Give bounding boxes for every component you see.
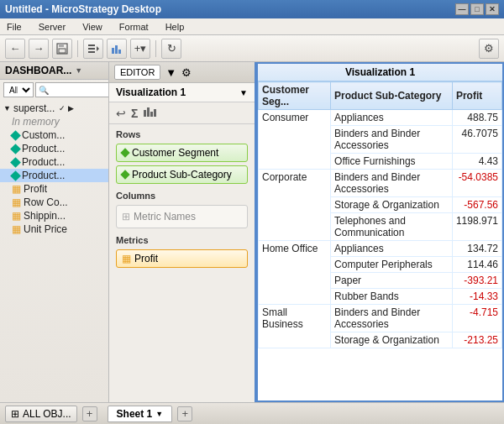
toolbar-separator-2 (155, 40, 156, 57)
tree-item-customer[interactable]: Custom... (0, 128, 108, 142)
menu-bar: File Server View Format Help (0, 18, 504, 35)
diamond-icon (10, 170, 21, 181)
sheet-tab-1[interactable]: Sheet 1 ▼ (108, 406, 173, 422)
title-bar: Untitled - MicroStrategy Desktop — □ ✕ (0, 0, 504, 18)
left-panel: DASHBOAR... ▼ All ▼ superst... ✓ ▶ In me… (0, 62, 109, 402)
close-button[interactable]: ✕ (486, 3, 499, 15)
sheet-label: Sheet 1 (117, 408, 153, 420)
folder-icon: ▦ (12, 196, 21, 208)
product-subcategory-pill[interactable]: Product Sub-Category (116, 165, 248, 184)
chart-button[interactable] (107, 39, 127, 59)
tree-label: Product... (22, 156, 65, 168)
tree-item-rowco[interactable]: ▦ Row Co... (0, 196, 108, 209)
settings-button[interactable]: ⚙ (479, 39, 499, 59)
product-cell: Paper (331, 273, 453, 289)
table-row: Small BusinessBinders and Binder Accesso… (259, 305, 502, 332)
profit-cell: 46.7075 (452, 126, 501, 154)
folder-icon: ▦ (12, 183, 21, 195)
customer-segment-pill[interactable]: Customer Segment (116, 144, 248, 162)
filter-icon[interactable]: ▼ (165, 66, 176, 79)
add-button[interactable]: +▾ (130, 39, 150, 59)
bottom-bar: ⊞ ALL OBJ... + Sheet 1 ▼ + (0, 402, 504, 424)
folder-icon: ▦ (12, 223, 21, 235)
product-cell: Appliances (331, 241, 453, 257)
col-header-product: Product Sub-Category (331, 82, 453, 110)
insert-button[interactable] (83, 39, 103, 59)
search-input[interactable] (35, 82, 109, 97)
menu-format[interactable]: Format (116, 22, 152, 32)
tree-label: Row Co... (24, 196, 68, 208)
sigma-button[interactable]: Σ (131, 107, 138, 120)
tree-item-product3[interactable]: Product... (0, 169, 108, 182)
svg-rect-4 (88, 48, 95, 50)
tree-item-unitprice[interactable]: ▦ Unit Price (0, 222, 108, 236)
title-bar-buttons: — □ ✕ (455, 3, 499, 15)
profit-cell: -567.56 (452, 197, 501, 213)
main-content: DASHBOAR... ▼ All ▼ superst... ✓ ▶ In me… (0, 62, 504, 402)
editor-tab[interactable]: EDITOR (114, 65, 160, 80)
check-icon: ✓ (59, 104, 66, 113)
menu-file[interactable]: File (3, 22, 25, 32)
profit-cell: 114.46 (452, 257, 501, 273)
diamond-icon (10, 157, 21, 168)
filter-select[interactable]: All (3, 82, 34, 97)
expand-icon: ▼ (3, 104, 11, 113)
tree-label: Product... (22, 170, 65, 181)
table-header-row: Customer Seg... Product Sub-Category Pro… (259, 82, 502, 110)
panel-header: DASHBOAR... ▼ (0, 62, 108, 80)
forward-button[interactable]: → (29, 39, 49, 59)
undo-button[interactable]: ↩ (116, 107, 126, 120)
panel-chevron-icon: ▼ (75, 66, 82, 75)
folder-icon: ▦ (12, 210, 21, 222)
col-header-profit: Profit (452, 82, 501, 110)
product-cell: Computer Peripherals (331, 257, 453, 273)
metric-icon: ▦ (122, 253, 131, 264)
diamond-icon (10, 144, 21, 154)
toolbar: ← → +▾ ↻ ⚙ (0, 35, 504, 62)
sheet-tabs: Sheet 1 ▼ (108, 406, 173, 422)
save-button[interactable] (52, 39, 72, 59)
svg-rect-2 (59, 49, 66, 53)
minimize-button[interactable]: — (455, 3, 469, 15)
product-cell: Appliances (331, 110, 453, 126)
tree-item-product1[interactable]: Product... (0, 142, 108, 155)
folder-icon: ⊞ (122, 211, 130, 222)
all-objects-button[interactable]: ⊞ ALL OBJ... (5, 406, 77, 422)
add-sheet-button[interactable]: + (177, 406, 192, 421)
tree-item-superstore[interactable]: ▼ superst... ✓ ▶ (0, 102, 108, 115)
expand-icon-2: ▶ (68, 104, 74, 113)
add-item-button[interactable]: + (82, 406, 97, 421)
metric-names-area[interactable]: ⊞ Metric Names (116, 205, 248, 228)
profit-cell: 134.72 (452, 241, 501, 257)
tree-item-profit[interactable]: ▦ Profit (0, 182, 108, 196)
table-row: CorporateBinders and Binder Accessories-… (259, 170, 502, 197)
profit-cell: 488.75 (452, 110, 501, 126)
menu-help[interactable]: Help (162, 22, 188, 32)
tree-item-inmemory: In memory (0, 115, 108, 128)
segment-cell: Small Business (259, 305, 331, 348)
svg-rect-9 (118, 50, 121, 54)
maximize-button[interactable]: □ (470, 3, 484, 15)
tree-label: Custom... (22, 129, 65, 141)
diamond-icon (120, 170, 129, 179)
chart-type-button[interactable] (143, 106, 156, 120)
table-row: Home OfficeAppliances134.72 (259, 241, 502, 257)
segment-cell: Consumer (259, 110, 331, 170)
svg-rect-3 (88, 44, 95, 46)
tree-item-shipping[interactable]: ▦ Shippin... (0, 209, 108, 222)
panel-search-area: All (0, 80, 108, 100)
refresh-button[interactable]: ↻ (161, 39, 181, 59)
tree-label: Product... (22, 143, 65, 154)
back-button[interactable]: ← (5, 39, 25, 59)
settings-icon[interactable]: ⚙ (181, 66, 192, 79)
dropdown-icon[interactable]: ▼ (239, 88, 248, 97)
profit-metric-pill[interactable]: ▦ Profit (116, 249, 248, 268)
viz-table-container[interactable]: Customer Seg... Product Sub-Category Pro… (258, 81, 502, 400)
svg-marker-6 (97, 46, 99, 51)
product-cell: Storage & Organization (331, 332, 453, 348)
menu-server[interactable]: Server (35, 22, 69, 32)
tree-item-product2[interactable]: Product... (0, 155, 108, 169)
menu-view[interactable]: View (79, 22, 106, 32)
metric-names-label: Metric Names (134, 211, 196, 222)
viz-title: Visualization 1 (258, 64, 502, 81)
